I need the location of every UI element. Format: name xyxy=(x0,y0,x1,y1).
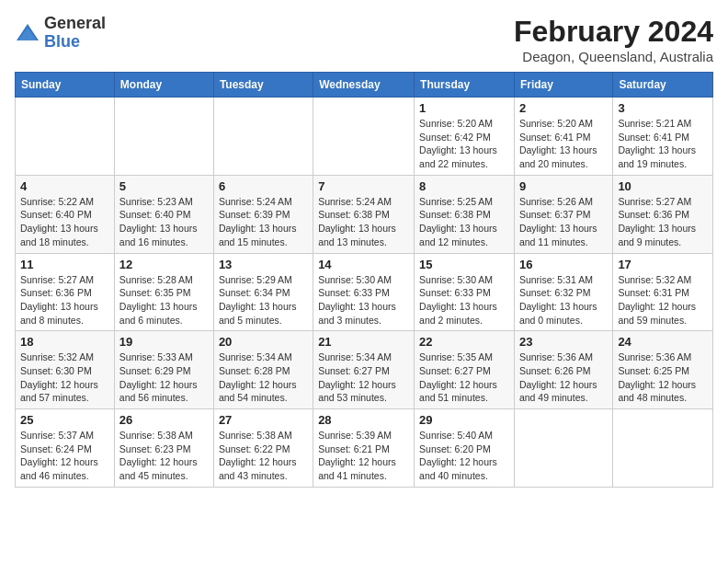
logo: General Blue xyxy=(15,15,106,52)
day-number: 18 xyxy=(20,335,109,349)
calendar-cell: 7Sunrise: 5:24 AMSunset: 6:38 PMDaylight… xyxy=(313,175,415,253)
day-number: 27 xyxy=(219,413,308,427)
day-info: Sunrise: 5:32 AMSunset: 6:30 PMDaylight:… xyxy=(20,350,109,405)
calendar-cell xyxy=(313,98,415,176)
calendar-cell xyxy=(514,409,612,488)
day-info: Sunrise: 5:30 AMSunset: 6:33 PMDaylight:… xyxy=(318,273,409,327)
day-number: 28 xyxy=(318,413,409,427)
calendar-cell: 19Sunrise: 5:33 AMSunset: 6:29 PMDayligh… xyxy=(114,331,213,409)
calendar-cell: 22Sunrise: 5:35 AMSunset: 6:27 PMDayligh… xyxy=(415,331,515,409)
day-info: Sunrise: 5:26 AMSunset: 6:37 PMDaylight:… xyxy=(519,195,608,249)
day-number: 24 xyxy=(618,335,708,349)
day-info: Sunrise: 5:23 AMSunset: 6:40 PMDaylight:… xyxy=(119,195,209,249)
weekday-header-cell: Friday xyxy=(514,73,612,98)
day-info: Sunrise: 5:34 AMSunset: 6:28 PMDaylight:… xyxy=(219,350,308,405)
calendar-cell: 16Sunrise: 5:31 AMSunset: 6:32 PMDayligh… xyxy=(514,253,612,331)
calendar-cell: 13Sunrise: 5:29 AMSunset: 6:34 PMDayligh… xyxy=(213,253,313,331)
calendar-cell xyxy=(16,98,115,176)
day-number: 9 xyxy=(519,179,608,193)
day-info: Sunrise: 5:31 AMSunset: 6:32 PMDaylight:… xyxy=(519,273,608,327)
calendar-cell: 3Sunrise: 5:21 AMSunset: 6:41 PMDaylight… xyxy=(613,98,713,176)
calendar-cell xyxy=(114,98,213,176)
calendar-week-row: 1Sunrise: 5:20 AMSunset: 6:42 PMDaylight… xyxy=(16,98,713,176)
location: Deagon, Queensland, Australia xyxy=(514,49,713,64)
day-info: Sunrise: 5:35 AMSunset: 6:27 PMDaylight:… xyxy=(419,350,509,405)
month-year: February 2024 xyxy=(514,15,713,49)
day-info: Sunrise: 5:20 AMSunset: 6:42 PMDaylight:… xyxy=(419,117,509,171)
day-number: 5 xyxy=(119,179,209,193)
calendar-week-row: 18Sunrise: 5:32 AMSunset: 6:30 PMDayligh… xyxy=(16,331,713,409)
calendar-cell: 5Sunrise: 5:23 AMSunset: 6:40 PMDaylight… xyxy=(114,175,213,253)
calendar-cell xyxy=(213,98,313,176)
day-number: 22 xyxy=(419,335,509,349)
day-info: Sunrise: 5:25 AMSunset: 6:38 PMDaylight:… xyxy=(419,195,509,249)
calendar-cell: 2Sunrise: 5:20 AMSunset: 6:41 PMDaylight… xyxy=(514,98,612,176)
day-info: Sunrise: 5:37 AMSunset: 6:24 PMDaylight:… xyxy=(20,429,109,483)
day-number: 16 xyxy=(519,258,608,271)
day-info: Sunrise: 5:28 AMSunset: 6:35 PMDaylight:… xyxy=(119,273,209,327)
day-info: Sunrise: 5:39 AMSunset: 6:21 PMDaylight:… xyxy=(318,429,409,483)
day-number: 8 xyxy=(419,179,509,193)
day-info: Sunrise: 5:27 AMSunset: 6:36 PMDaylight:… xyxy=(20,273,109,327)
calendar-cell: 25Sunrise: 5:37 AMSunset: 6:24 PMDayligh… xyxy=(16,409,115,488)
calendar-cell: 17Sunrise: 5:32 AMSunset: 6:31 PMDayligh… xyxy=(613,253,713,331)
day-info: Sunrise: 5:29 AMSunset: 6:34 PMDaylight:… xyxy=(219,273,308,327)
day-info: Sunrise: 5:36 AMSunset: 6:25 PMDaylight:… xyxy=(618,350,708,405)
calendar-cell: 29Sunrise: 5:40 AMSunset: 6:20 PMDayligh… xyxy=(415,409,515,488)
weekday-header-cell: Sunday xyxy=(16,73,115,98)
day-number: 2 xyxy=(519,101,608,115)
day-number: 20 xyxy=(219,335,308,349)
calendar-cell: 20Sunrise: 5:34 AMSunset: 6:28 PMDayligh… xyxy=(213,331,313,409)
day-number: 1 xyxy=(419,101,509,115)
logo-icon xyxy=(15,20,40,46)
day-number: 14 xyxy=(318,258,409,271)
day-info: Sunrise: 5:34 AMSunset: 6:27 PMDaylight:… xyxy=(318,350,409,405)
calendar-table: SundayMondayTuesdayWednesdayThursdayFrid… xyxy=(15,72,713,488)
weekday-header-cell: Monday xyxy=(114,73,213,98)
day-number: 19 xyxy=(119,335,209,349)
weekday-header-cell: Saturday xyxy=(613,73,713,98)
day-info: Sunrise: 5:38 AMSunset: 6:23 PMDaylight:… xyxy=(119,429,209,483)
calendar-cell: 12Sunrise: 5:28 AMSunset: 6:35 PMDayligh… xyxy=(114,253,213,331)
day-number: 6 xyxy=(219,179,308,193)
day-info: Sunrise: 5:27 AMSunset: 6:36 PMDaylight:… xyxy=(618,195,708,249)
calendar-cell: 15Sunrise: 5:30 AMSunset: 6:33 PMDayligh… xyxy=(415,253,515,331)
weekday-header-row: SundayMondayTuesdayWednesdayThursdayFrid… xyxy=(16,73,713,98)
day-info: Sunrise: 5:33 AMSunset: 6:29 PMDaylight:… xyxy=(119,350,209,405)
day-number: 17 xyxy=(618,258,708,271)
calendar-cell: 21Sunrise: 5:34 AMSunset: 6:27 PMDayligh… xyxy=(313,331,415,409)
day-info: Sunrise: 5:20 AMSunset: 6:41 PMDaylight:… xyxy=(519,117,608,171)
calendar-cell: 9Sunrise: 5:26 AMSunset: 6:37 PMDaylight… xyxy=(514,175,612,253)
calendar-week-row: 25Sunrise: 5:37 AMSunset: 6:24 PMDayligh… xyxy=(16,409,713,488)
day-info: Sunrise: 5:32 AMSunset: 6:31 PMDaylight:… xyxy=(618,273,708,327)
day-info: Sunrise: 5:24 AMSunset: 6:39 PMDaylight:… xyxy=(219,195,308,249)
day-number: 26 xyxy=(119,413,209,427)
calendar-cell: 8Sunrise: 5:25 AMSunset: 6:38 PMDaylight… xyxy=(415,175,515,253)
day-info: Sunrise: 5:38 AMSunset: 6:22 PMDaylight:… xyxy=(219,429,308,483)
weekday-header-cell: Tuesday xyxy=(213,73,313,98)
calendar-cell: 18Sunrise: 5:32 AMSunset: 6:30 PMDayligh… xyxy=(16,331,115,409)
day-info: Sunrise: 5:22 AMSunset: 6:40 PMDaylight:… xyxy=(20,195,109,249)
calendar-cell: 26Sunrise: 5:38 AMSunset: 6:23 PMDayligh… xyxy=(114,409,213,488)
day-info: Sunrise: 5:36 AMSunset: 6:26 PMDaylight:… xyxy=(519,350,608,405)
calendar-cell: 23Sunrise: 5:36 AMSunset: 6:26 PMDayligh… xyxy=(514,331,612,409)
day-number: 3 xyxy=(618,101,708,115)
weekday-header-cell: Thursday xyxy=(415,73,515,98)
day-number: 11 xyxy=(20,258,109,271)
calendar-week-row: 4Sunrise: 5:22 AMSunset: 6:40 PMDaylight… xyxy=(16,175,713,253)
day-info: Sunrise: 5:40 AMSunset: 6:20 PMDaylight:… xyxy=(419,429,509,483)
day-number: 10 xyxy=(618,179,708,193)
calendar-cell: 10Sunrise: 5:27 AMSunset: 6:36 PMDayligh… xyxy=(613,175,713,253)
day-number: 25 xyxy=(20,413,109,427)
day-number: 4 xyxy=(20,179,109,193)
calendar-week-row: 11Sunrise: 5:27 AMSunset: 6:36 PMDayligh… xyxy=(16,253,713,331)
logo-general-text: General xyxy=(44,14,106,32)
calendar-cell xyxy=(613,409,713,488)
logo-blue-text: Blue xyxy=(44,32,80,51)
calendar-cell: 27Sunrise: 5:38 AMSunset: 6:22 PMDayligh… xyxy=(213,409,313,488)
day-number: 15 xyxy=(419,258,509,271)
day-info: Sunrise: 5:30 AMSunset: 6:33 PMDaylight:… xyxy=(419,273,509,327)
day-number: 23 xyxy=(519,335,608,349)
calendar-cell: 24Sunrise: 5:36 AMSunset: 6:25 PMDayligh… xyxy=(613,331,713,409)
calendar-cell: 11Sunrise: 5:27 AMSunset: 6:36 PMDayligh… xyxy=(16,253,115,331)
